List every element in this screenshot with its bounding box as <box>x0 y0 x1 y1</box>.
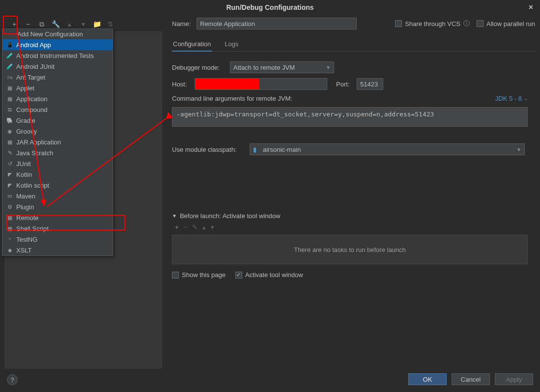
tab-logs[interactable]: Logs <box>224 37 239 51</box>
config-type-icon: m <box>5 192 14 200</box>
cmd-args-textarea[interactable]: -agentlib:jdwp=transport=dt_socket,serve… <box>172 107 528 127</box>
ok-button[interactable]: OK <box>408 373 447 385</box>
dropdown-item-label: Android App <box>16 41 51 49</box>
dropdown-item[interactable]: ◤Kotlin <box>2 169 113 180</box>
debugger-mode-label: Debugger mode: <box>172 64 230 71</box>
dropdown-item[interactable]: 📱Android App <box>2 39 113 50</box>
config-type-icon: 🐜 <box>5 73 14 81</box>
name-input[interactable] <box>197 18 357 29</box>
dropdown-item[interactable]: ◤Kotlin script <box>2 180 113 191</box>
config-type-icon: ▦ <box>5 138 14 146</box>
config-type-icon: 🧪 <box>5 52 14 59</box>
add-config-icon[interactable]: + <box>10 20 19 28</box>
share-vcs-checkbox[interactable]: Share through VCS <box>395 20 460 28</box>
dropdown-item-label: XSLT <box>16 247 32 254</box>
window-title: Run/Debug Configurations <box>226 3 313 11</box>
dropdown-item[interactable]: ▦Application <box>2 93 113 104</box>
config-type-icon: ✎ <box>5 149 14 157</box>
host-label: Host: <box>172 81 195 88</box>
config-type-icon: ▦ <box>5 95 14 103</box>
dropdown-item-label: Android JUnit <box>16 63 55 70</box>
dropdown-item[interactable]: 🐜Ant Target <box>2 72 113 83</box>
module-icon: ▮ <box>253 146 260 153</box>
tab-configuration[interactable]: Configuration <box>172 37 212 52</box>
save-folder-icon[interactable]: 📁 <box>92 20 101 28</box>
move-up-icon: ▴ <box>202 224 206 231</box>
port-label: Port: <box>336 81 357 88</box>
config-type-icon: ◤ <box>5 170 14 178</box>
dropdown-item-label: Shell Script <box>16 225 49 232</box>
config-type-icon: ▦ <box>5 84 14 92</box>
add-task-icon[interactable]: + <box>175 224 179 231</box>
dropdown-item[interactable]: ▦Applet <box>2 83 113 93</box>
dropdown-item-label: Remote <box>16 214 39 222</box>
dropdown-item-label: Applet <box>16 84 34 92</box>
sort-icon: ⇅ <box>106 20 115 28</box>
dropdown-item[interactable]: ▦JAR Application <box>2 137 113 147</box>
dropdown-item[interactable]: ⧉Compound <box>2 104 113 115</box>
info-icon[interactable]: ⓘ <box>463 19 470 28</box>
cmd-args-label: Command line arguments for remote JVM: <box>172 95 292 102</box>
config-type-icon: 🐘 <box>5 116 14 124</box>
before-launch-header[interactable]: ▼ Before launch: Activate tool window <box>172 212 535 220</box>
module-classpath-value: airsonic-main <box>263 146 301 153</box>
close-icon[interactable]: × <box>529 3 533 12</box>
config-type-icon: ⧉ <box>5 106 14 113</box>
help-button[interactable]: ? <box>7 374 18 385</box>
checkbox-box-icon <box>477 20 483 27</box>
config-type-icon: ↺ <box>5 160 14 168</box>
share-vcs-label: Share through VCS <box>405 20 460 28</box>
checkbox-box-icon <box>172 272 179 279</box>
remove-config-icon[interactable]: − <box>24 20 32 28</box>
host-input[interactable] <box>195 78 327 90</box>
tasks-list: There are no tasks to run before launch <box>172 235 528 264</box>
dropdown-item-label: Maven <box>16 193 35 200</box>
main-panel: Name: Share through VCS ⓘ Allow parallel… <box>162 18 535 368</box>
add-config-dropdown: Add New Configuration 📱Android App🧪Andro… <box>2 28 113 256</box>
apply-button[interactable]: Apply <box>495 373 533 385</box>
name-label: Name: <box>172 20 197 28</box>
dropdown-item[interactable]: ↺JUnit <box>2 158 113 169</box>
dropdown-item[interactable]: mMaven <box>2 191 113 201</box>
dropdown-item[interactable]: 🐘Gradle <box>2 115 113 126</box>
dropdown-item[interactable]: ⁿTestNG <box>2 234 113 245</box>
debugger-mode-value: Attach to remote JVM <box>233 64 295 71</box>
dropdown-item[interactable]: ◉Groovy <box>2 126 113 137</box>
debugger-mode-select[interactable]: Attach to remote JVM ▼ <box>230 61 334 73</box>
dropdown-item-label: Groovy <box>16 128 37 135</box>
activate-tool-checkbox[interactable]: ✓ Activate tool window <box>235 271 303 279</box>
chevron-down-icon: ▼ <box>172 213 177 219</box>
tabs: Configuration Logs <box>172 37 535 52</box>
dropdown-item-label: JAR Application <box>16 139 61 146</box>
dropdown-item-label: JUnit <box>16 160 31 168</box>
dropdown-item[interactable]: ▦Remote <box>2 212 113 223</box>
checkbox-box-icon <box>395 20 402 27</box>
dropdown-item[interactable]: ◆XSLT <box>2 245 113 255</box>
config-type-icon: ◤ <box>5 181 14 189</box>
jdk-version-link[interactable]: JDK 5 - 8 ⌄ <box>495 95 528 102</box>
config-type-icon: ⁿ <box>5 235 14 243</box>
dropdown-item[interactable]: ✎Java Scratch <box>2 147 113 158</box>
port-input[interactable] <box>357 78 383 90</box>
module-classpath-select[interactable]: ▮ airsonic-main ▼ <box>250 143 525 155</box>
dropdown-item-label: Android Instrumented Tests <box>16 52 94 59</box>
show-this-page-checkbox[interactable]: Show this page <box>172 271 226 279</box>
dropdown-item-label: Kotlin script <box>16 182 49 189</box>
dropdown-item[interactable]: ⚙Plugin <box>2 201 113 212</box>
wrench-icon[interactable]: 🔧 <box>51 20 60 28</box>
dropdown-item-label: TestNG <box>16 236 37 243</box>
before-launch-toolbar: + − ✎ ▴ ▾ <box>172 220 535 235</box>
dropdown-item[interactable]: ▦Shell Script <box>2 223 113 234</box>
checkbox-box-icon: ✓ <box>235 272 242 279</box>
move-down-icon: ▾ <box>79 20 87 28</box>
dropdown-item-label: Java Scratch <box>16 149 53 157</box>
cancel-button[interactable]: Cancel <box>452 373 490 385</box>
dropdown-item[interactable]: 🧪Android JUnit <box>2 61 113 72</box>
copy-config-icon[interactable]: ⧉ <box>37 20 46 28</box>
config-type-icon: 🧪 <box>5 62 14 70</box>
allow-parallel-checkbox[interactable]: Allow parallel run <box>477 20 535 28</box>
dropdown-item[interactable]: 🧪Android Instrumented Tests <box>2 50 113 61</box>
dropdown-item-label: Plugin <box>16 203 34 211</box>
edit-task-icon: ✎ <box>192 224 198 231</box>
no-tasks-text: There are no tasks to run before launch <box>294 246 406 253</box>
